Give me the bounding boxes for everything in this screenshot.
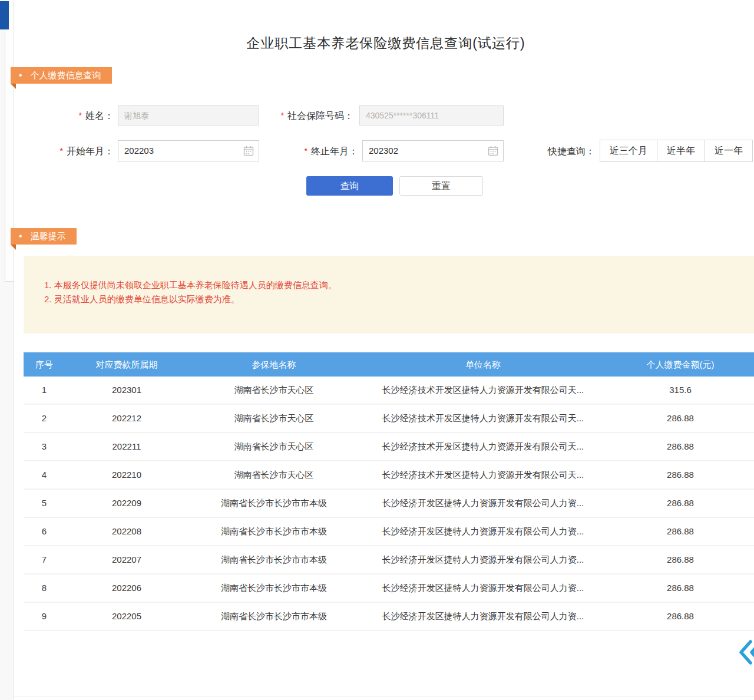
calendar-icon[interactable] xyxy=(243,146,254,156)
cell-unit-name: 长沙经济开发区捷特人力资源开发有限公司人力资... xyxy=(359,574,607,602)
cell-unit-name: 长沙经济开发区捷特人力资源开发有限公司人力资... xyxy=(359,490,607,517)
cell-unit-name: 长沙经济开发区捷特人力资源开发有限公司人力资... xyxy=(359,603,607,630)
header-period: 对应费款所属期 xyxy=(65,352,188,377)
table-body: 1 202301 湖南省长沙市天心区 长沙经济技术开发区捷特人力资源开发有限公司… xyxy=(24,377,754,631)
cell-period: 202206 xyxy=(65,574,188,602)
start-date-field[interactable]: 202203 xyxy=(118,140,259,161)
reset-button[interactable]: 重置 xyxy=(399,176,483,196)
table-header-row: 序号 对应费款所属期 参保地名称 单位名称 个人缴费金额(元) xyxy=(24,352,754,377)
cell-insured-place: 湖南省长沙市长沙市市本级 xyxy=(188,518,359,545)
table-row: 5 202209 湖南省长沙市长沙市市本级 长沙经济开发区捷特人力资源开发有限公… xyxy=(24,490,754,518)
ssn-field[interactable]: 430525******306111 xyxy=(359,105,504,126)
table-row: 7 202207 湖南省长沙市长沙市市本级 长沙经济开发区捷特人力资源开发有限公… xyxy=(24,546,754,574)
required-mark: * xyxy=(60,146,63,156)
section-badge-personal-query: •个人缴费信息查询 xyxy=(11,67,112,84)
cell-seq: 5 xyxy=(24,490,65,517)
panel-bottom-border xyxy=(14,696,754,696)
results-table: 序号 对应费款所属期 参保地名称 单位名称 个人缴费金额(元) 1 202301… xyxy=(24,352,754,631)
badge-bullet: • xyxy=(19,67,22,84)
cell-period: 202207 xyxy=(65,546,188,573)
cell-unit-name: 长沙经济开发区捷特人力资源开发有限公司人力资... xyxy=(359,518,607,545)
quick-btn-half-year[interactable]: 近半年 xyxy=(657,140,705,162)
cell-insured-place: 湖南省长沙市长沙市市本级 xyxy=(188,490,359,517)
required-mark: * xyxy=(79,111,82,120)
cell-unit-name: 长沙经济技术开发区捷特人力资源开发有限公司天... xyxy=(359,433,607,460)
section-badge-tips: •温馨提示 xyxy=(11,228,77,245)
cell-period: 202205 xyxy=(65,603,188,630)
collapse-double-chevron-icon[interactable] xyxy=(738,639,754,666)
header-insured-place: 参保地名称 xyxy=(188,352,359,377)
cell-seq: 7 xyxy=(24,546,65,573)
cell-seq: 3 xyxy=(24,433,65,460)
cell-amount: 315.6 xyxy=(607,377,754,404)
cell-unit-name: 长沙经济技术开发区捷特人力资源开发有限公司天... xyxy=(359,405,607,432)
cell-insured-place: 湖南省长沙市长沙市市本级 xyxy=(188,574,359,602)
table-row: 4 202210 湖南省长沙市天心区 长沙经济技术开发区捷特人力资源开发有限公司… xyxy=(24,461,754,490)
quick-query-group: 近三个月 近半年 近一年 xyxy=(600,140,753,162)
tip-line: 2. 灵活就业人员的缴费单位信息以实际缴费为准。 xyxy=(44,292,754,306)
panel-left-border xyxy=(14,0,14,700)
cell-seq: 1 xyxy=(24,377,65,404)
ssn-label: *社会保障号码： xyxy=(268,105,353,126)
header-unit-name: 单位名称 xyxy=(359,352,607,377)
end-date-label: *终止年月： xyxy=(277,140,358,161)
cell-seq: 6 xyxy=(24,518,65,545)
tip-line: 1. 本服务仅提供尚未领取企业职工基本养老保险待遇人员的缴费信息查询。 xyxy=(44,278,754,292)
cell-amount: 286.88 xyxy=(607,574,754,602)
header-amount: 个人缴费金额(元) xyxy=(607,352,754,377)
name-label: *姓名： xyxy=(35,105,114,126)
header-seq: 序号 xyxy=(24,352,65,377)
quick-btn-last-3-months[interactable]: 近三个月 xyxy=(600,140,657,162)
cell-amount: 286.88 xyxy=(607,518,754,545)
cell-amount: 286.88 xyxy=(607,603,754,630)
table-row: 8 202206 湖南省长沙市长沙市市本级 长沙经济开发区捷特人力资源开发有限公… xyxy=(24,574,754,603)
pension-query-page: 企业职工基本养老保险缴费信息查询(试运行) •个人缴费信息查询 *姓名： 谢旭泰… xyxy=(0,0,754,700)
cell-insured-place: 湖南省长沙市天心区 xyxy=(188,377,359,404)
tips-panel: 1. 本服务仅提供尚未领取企业职工基本养老保险待遇人员的缴费信息查询。 2. 灵… xyxy=(24,256,754,334)
badge-label: 温馨提示 xyxy=(31,231,66,241)
cell-period: 202210 xyxy=(65,461,188,488)
calendar-icon[interactable] xyxy=(488,146,498,156)
cell-period: 202208 xyxy=(65,518,188,545)
quick-query-label: 快捷查询： xyxy=(548,140,595,163)
cell-period: 202209 xyxy=(65,490,188,517)
cell-seq: 8 xyxy=(24,574,65,602)
required-mark: * xyxy=(305,146,307,156)
table-row: 6 202208 湖南省长沙市长沙市市本级 长沙经济开发区捷特人力资源开发有限公… xyxy=(24,518,754,546)
cell-insured-place: 湖南省长沙市天心区 xyxy=(188,433,359,460)
sidebar-blue-tab[interactable] xyxy=(0,1,9,29)
cell-amount: 286.88 xyxy=(607,490,754,517)
cell-insured-place: 湖南省长沙市天心区 xyxy=(188,461,359,488)
table-row: 1 202301 湖南省长沙市天心区 长沙经济技术开发区捷特人力资源开发有限公司… xyxy=(24,377,754,405)
end-date-field[interactable]: 202302 xyxy=(362,140,504,161)
cell-insured-place: 湖南省长沙市天心区 xyxy=(188,405,359,432)
page-title: 企业职工基本养老保险缴费信息查询(试运行) xyxy=(18,34,754,52)
table-row: 2 202212 湖南省长沙市天心区 长沙经济技术开发区捷特人力资源开发有限公司… xyxy=(24,405,754,433)
table-row: 9 202205 湖南省长沙市长沙市市本级 长沙经济开发区捷特人力资源开发有限公… xyxy=(24,603,754,631)
start-date-label: *开始年月： xyxy=(35,140,114,161)
cell-amount: 286.88 xyxy=(607,461,754,488)
cell-amount: 286.88 xyxy=(607,405,754,432)
cell-seq: 9 xyxy=(24,603,65,630)
query-button[interactable]: 查询 xyxy=(306,176,393,196)
cell-unit-name: 长沙经济技术开发区捷特人力资源开发有限公司天... xyxy=(359,377,607,404)
badge-bullet: • xyxy=(19,228,22,245)
cell-seq: 4 xyxy=(24,461,65,488)
cell-seq: 2 xyxy=(24,405,65,432)
cell-period: 202212 xyxy=(65,405,188,432)
name-field[interactable]: 谢旭泰 xyxy=(118,105,259,126)
quick-btn-one-year[interactable]: 近一年 xyxy=(705,140,753,162)
badge-label: 个人缴费信息查询 xyxy=(31,70,101,80)
cell-insured-place: 湖南省长沙市长沙市市本级 xyxy=(188,546,359,573)
cell-unit-name: 长沙经济开发区捷特人力资源开发有限公司人力资... xyxy=(359,546,607,573)
cell-insured-place: 湖南省长沙市长沙市市本级 xyxy=(188,603,359,630)
cell-period: 202211 xyxy=(65,433,188,460)
cell-unit-name: 长沙经济技术开发区捷特人力资源开发有限公司天... xyxy=(359,461,607,488)
table-row: 3 202211 湖南省长沙市天心区 长沙经济技术开发区捷特人力资源开发有限公司… xyxy=(24,433,754,461)
cell-amount: 286.88 xyxy=(607,433,754,460)
cell-amount: 286.88 xyxy=(607,546,754,573)
cell-period: 202301 xyxy=(65,377,188,404)
required-mark: * xyxy=(281,111,284,120)
